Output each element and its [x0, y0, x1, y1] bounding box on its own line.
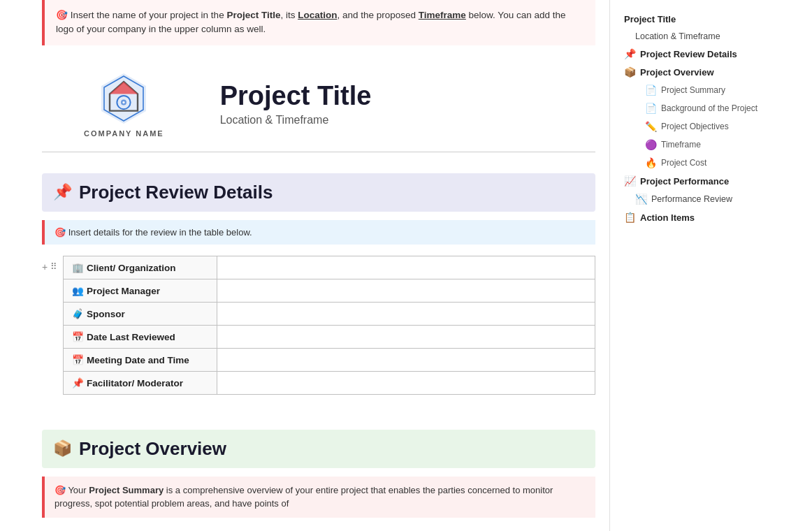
sidebar-item-icon: 📉	[635, 194, 647, 205]
sidebar-item-action-items[interactable]: 📋Action Items	[618, 209, 804, 226]
sidebar-item-label: Action Items	[640, 212, 695, 223]
table-label-cell: 📅 Date Last Reviewed	[64, 325, 217, 348]
row-icon: 🏢	[72, 263, 84, 273]
table-label-cell: 📌 Facilitator/ Moderator	[64, 371, 217, 394]
overview-icon-target: 🎯	[55, 485, 66, 495]
sidebar: Project TitleLocation & Timeframe📌Projec…	[609, 0, 812, 531]
row-label: Sponsor	[87, 309, 125, 319]
sidebar-item-label: Performance Review	[651, 194, 732, 204]
table-label-cell: 🧳 Sponsor	[64, 302, 217, 325]
review-instruction-icon: 🎯	[55, 227, 66, 238]
table-label-cell: 🏢 Client/ Organization	[64, 256, 217, 279]
sidebar-item-label: Location & Timeframe	[635, 31, 720, 41]
sidebar-item-project-summary[interactable]: 📄Project Summary	[618, 82, 804, 99]
table-container: + ⠿ 🏢 Client/ Organization 👥 Project Man…	[42, 256, 595, 409]
sidebar-item-label: Project Performance	[640, 176, 729, 187]
sidebar-item-project-review-details[interactable]: 📌Project Review Details	[618, 45, 804, 62]
overview-section: 📦 Project Overview 🎯 Your Project Summar…	[42, 430, 595, 518]
review-table: 🏢 Client/ Organization 👥 Project Manager…	[63, 256, 595, 395]
instruction-box: 🎯 Insert the name of your project in the…	[42, 0, 595, 45]
table-row: 👥 Project Manager	[64, 279, 595, 302]
table-row: 📅 Meeting Date and Time	[64, 348, 595, 371]
sidebar-item-timeframe[interactable]: 🟣Timeframe	[618, 136, 804, 153]
row-label: Date Last Reviewed	[87, 332, 175, 342]
table-row: 📅 Date Last Reviewed	[64, 325, 595, 348]
sidebar-item-icon: 🔥	[645, 157, 657, 168]
review-instruction: 🎯 Insert details for the review in the t…	[42, 220, 595, 245]
row-label: Project Manager	[87, 286, 160, 296]
sidebar-item-icon: 📈	[624, 175, 636, 187]
title-area: Project Title Location & Timeframe	[220, 81, 372, 126]
table-row: 🧳 Sponsor	[64, 302, 595, 325]
table-value-cell[interactable]	[217, 348, 595, 371]
table-label-cell: 📅 Meeting Date and Time	[64, 348, 217, 371]
sidebar-item-objectives[interactable]: ✏️Project Objectives	[618, 118, 804, 135]
sidebar-item-label: Background of the Project	[661, 103, 757, 113]
sidebar-item-project-performance[interactable]: 📈Project Performance	[618, 173, 804, 189]
overview-icon: 📦	[53, 439, 72, 458]
sidebar-item-project-overview[interactable]: 📦Project Overview	[618, 64, 804, 80]
project-title-text: Project Title	[220, 81, 372, 111]
sidebar-item-icon: 📦	[624, 66, 636, 78]
table-value-cell[interactable]	[217, 325, 595, 348]
table-value-cell[interactable]	[217, 279, 595, 302]
svg-point-6	[123, 101, 125, 103]
sidebar-item-label: Project Summary	[661, 85, 725, 95]
overview-title: Project Overview	[79, 438, 226, 460]
overview-header: 📦 Project Overview	[42, 430, 595, 468]
review-title: Project Review Details	[79, 182, 273, 203]
sidebar-item-project-title[interactable]: Project Title	[618, 11, 804, 27]
sidebar-item-project-cost[interactable]: 🔥Project Cost	[618, 154, 804, 171]
table-label-cell: 👥 Project Manager	[64, 279, 217, 302]
row-icon: 📅	[72, 332, 84, 342]
sidebar-item-location-timeframe[interactable]: Location & Timeframe	[618, 29, 804, 44]
main-content: 🎯 Insert the name of your project in the…	[0, 0, 609, 531]
table-value-cell[interactable]	[217, 371, 595, 394]
row-icon: 👥	[72, 286, 84, 296]
overview-instruction: 🎯 Your Project Summary is a comprehensiv…	[42, 477, 595, 518]
row-label: Meeting Date and Time	[87, 355, 189, 365]
project-location-timeframe: Location & Timeframe	[220, 114, 372, 126]
sidebar-item-icon: 📄	[645, 103, 657, 114]
table-row: 🏢 Client/ Organization	[64, 256, 595, 279]
table-value-cell[interactable]	[217, 256, 595, 279]
review-details-header: 📌 Project Review Details	[42, 173, 595, 212]
bold-location: Location	[298, 10, 337, 20]
sidebar-item-background[interactable]: 📄Background of the Project	[618, 100, 804, 117]
company-logo	[96, 71, 152, 126]
logo-area: COMPANY NAME	[84, 71, 164, 138]
plus-button[interactable]: +	[42, 261, 48, 272]
sidebar-item-label: Project Review Details	[640, 49, 737, 59]
sidebar-item-icon: 📋	[624, 212, 636, 223]
instruction-icon: 🎯	[56, 10, 68, 20]
row-icon: 🧳	[72, 309, 84, 319]
table-value-cell[interactable]	[217, 302, 595, 325]
sidebar-item-label: Timeframe	[661, 140, 701, 150]
sidebar-item-label: Project Objectives	[661, 122, 729, 131]
sidebar-item-icon: 📄	[645, 85, 657, 96]
project-header: COMPANY NAME Project Title Location & Ti…	[42, 57, 595, 152]
company-name-label: COMPANY NAME	[84, 129, 164, 138]
underline-timeframe: Timeframe	[419, 10, 466, 20]
sidebar-item-label: Project Title	[624, 14, 676, 24]
sidebar-item-label: Project Overview	[640, 67, 714, 78]
row-icon: 📌	[72, 378, 84, 388]
row-label: Client/ Organization	[87, 263, 176, 273]
review-instruction-text: Insert details for the review in the tab…	[68, 227, 252, 238]
sidebar-item-performance-review[interactable]: 📉Performance Review	[618, 191, 804, 208]
row-label: Facilitator/ Moderator	[87, 378, 183, 388]
row-icon: 📅	[72, 355, 84, 365]
bold-project-title: Project Title	[226, 10, 280, 20]
row-controls[interactable]: + ⠿	[42, 256, 57, 272]
review-icon: 📌	[53, 183, 72, 201]
sidebar-item-icon: ✏️	[645, 121, 657, 132]
project-summary-bold: Project Summary	[89, 485, 164, 495]
sidebar-item-label: Project Cost	[661, 158, 706, 168]
review-details-section: 📌 Project Review Details 🎯 Insert detail…	[42, 173, 595, 409]
drag-handle[interactable]: ⠿	[50, 261, 57, 272]
instruction-text: Insert the name of your project in the P…	[56, 10, 565, 34]
table-row: 📌 Facilitator/ Moderator	[64, 371, 595, 394]
sidebar-item-icon: 📌	[624, 48, 636, 59]
sidebar-item-icon: 🟣	[645, 139, 657, 150]
